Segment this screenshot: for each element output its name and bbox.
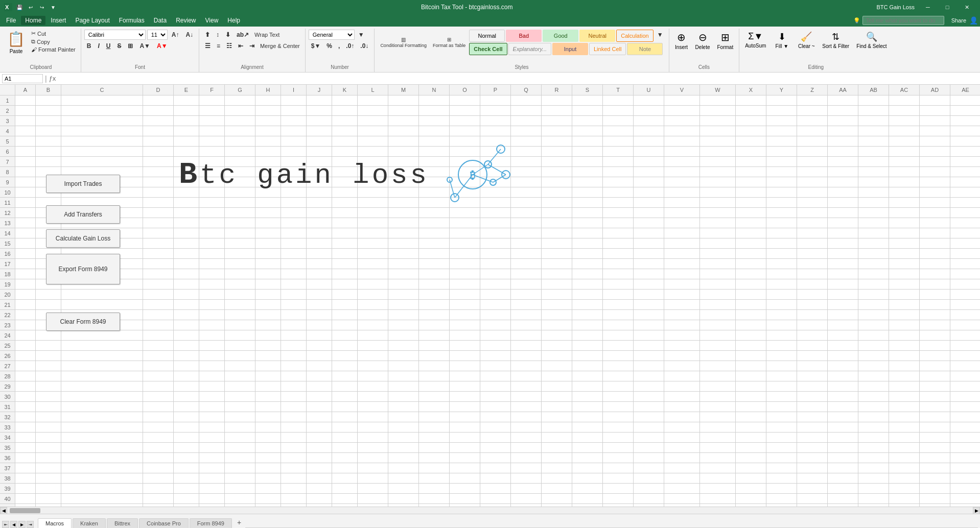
cell-36-29[interactable] xyxy=(920,453,950,463)
cell-17-29[interactable] xyxy=(920,259,950,269)
cell-15-7[interactable] xyxy=(255,238,281,249)
cell-29-18[interactable] xyxy=(572,381,603,392)
cell-24-10[interactable] xyxy=(332,330,358,341)
cell-34-13[interactable] xyxy=(419,433,450,443)
cell-9-0[interactable] xyxy=(15,177,36,187)
cell-41-25[interactable] xyxy=(797,504,828,507)
cell-13-17[interactable] xyxy=(542,218,572,228)
cell-15-19[interactable] xyxy=(603,238,634,249)
cell-41-2[interactable] xyxy=(61,504,143,507)
cell-41-27[interactable] xyxy=(858,504,889,507)
col-header-o[interactable]: O xyxy=(450,85,480,95)
cell-5-28[interactable] xyxy=(889,136,920,147)
cell-36-27[interactable] xyxy=(858,453,889,463)
cell-27-28[interactable] xyxy=(889,361,920,371)
paste-button[interactable]: 📋 Paste xyxy=(4,30,28,55)
cell-25-9[interactable] xyxy=(307,341,332,351)
cell-29-27[interactable] xyxy=(858,381,889,392)
cell-7-27[interactable] xyxy=(858,157,889,167)
cell-33-24[interactable] xyxy=(766,422,797,433)
cell-3-22[interactable] xyxy=(700,116,736,126)
cell-41-19[interactable] xyxy=(603,504,634,507)
cell-23-12[interactable] xyxy=(388,320,419,330)
sheet-tab-bittrex[interactable]: Bittrex xyxy=(107,518,138,528)
cell-40-7[interactable] xyxy=(255,494,281,504)
cell-35-4[interactable] xyxy=(174,443,199,453)
cell-39-10[interactable] xyxy=(332,484,358,494)
cell-7-28[interactable] xyxy=(889,157,920,167)
cell-36-11[interactable] xyxy=(358,453,388,463)
cell-16-8[interactable] xyxy=(281,249,307,259)
cell-19-13[interactable] xyxy=(419,279,450,290)
cell-4-23[interactable] xyxy=(736,126,766,136)
row-header-4[interactable]: 4 xyxy=(0,126,15,136)
cell-8-28[interactable] xyxy=(889,167,920,177)
cell-14-17[interactable] xyxy=(542,228,572,238)
cell-1-27[interactable] xyxy=(858,95,889,106)
cell-28-28[interactable] xyxy=(889,371,920,381)
cell-29-9[interactable] xyxy=(307,381,332,392)
cell-41-5[interactable] xyxy=(199,504,225,507)
cell-17-18[interactable] xyxy=(572,259,603,269)
cell-15-25[interactable] xyxy=(797,238,828,249)
cell-27-29[interactable] xyxy=(920,361,950,371)
menu-insert[interactable]: Insert xyxy=(46,16,70,25)
cell-33-18[interactable] xyxy=(572,422,603,433)
cell-6-18[interactable] xyxy=(572,147,603,157)
cell-35-28[interactable] xyxy=(889,443,920,453)
cell-20-9[interactable] xyxy=(307,290,332,300)
decrease-indent-button[interactable]: ⇤ xyxy=(236,41,246,51)
cell-1-25[interactable] xyxy=(797,95,828,106)
cell-31-26[interactable] xyxy=(828,402,858,412)
cell-16-19[interactable] xyxy=(603,249,634,259)
cell-16-18[interactable] xyxy=(572,249,603,259)
cell-22-4[interactable] xyxy=(174,310,199,320)
cell-5-26[interactable] xyxy=(828,136,858,147)
cell-5-19[interactable] xyxy=(603,136,634,147)
cell-20-5[interactable] xyxy=(199,290,225,300)
cell-2-29[interactable] xyxy=(920,106,950,116)
cell-38-6[interactable] xyxy=(225,473,255,484)
cell-17-24[interactable] xyxy=(766,259,797,269)
cell-14-5[interactable] xyxy=(199,228,225,238)
cell-13-18[interactable] xyxy=(572,218,603,228)
cell-14-6[interactable] xyxy=(225,228,255,238)
cell-15-14[interactable] xyxy=(450,238,480,249)
cell-3-6[interactable] xyxy=(225,116,255,126)
row-header-27[interactable]: 27 xyxy=(0,361,15,371)
cell-30-6[interactable] xyxy=(225,392,255,402)
cell-28-22[interactable] xyxy=(700,371,736,381)
cell-11-17[interactable] xyxy=(542,198,572,208)
cell-17-26[interactable] xyxy=(828,259,858,269)
cell-16-29[interactable] xyxy=(920,249,950,259)
cell-19-18[interactable] xyxy=(572,279,603,290)
cell-35-16[interactable] xyxy=(511,443,542,453)
cell-34-12[interactable] xyxy=(388,433,419,443)
cell-8-20[interactable] xyxy=(634,167,664,177)
cell-28-0[interactable] xyxy=(15,371,36,381)
cell-13-20[interactable] xyxy=(634,218,664,228)
cell-21-13[interactable] xyxy=(419,300,450,310)
cell-21-6[interactable] xyxy=(225,300,255,310)
cell-8-22[interactable] xyxy=(700,167,736,177)
cell-10-18[interactable] xyxy=(572,187,603,198)
cell-13-29[interactable] xyxy=(920,218,950,228)
clear-button[interactable]: 🧹 Clear ~ xyxy=(795,30,818,51)
cell-33-9[interactable] xyxy=(307,422,332,433)
cell-37-4[interactable] xyxy=(174,463,199,473)
style-neutral[interactable]: Neutral xyxy=(579,30,615,42)
cell-12-22[interactable] xyxy=(700,208,736,218)
cell-24-2[interactable] xyxy=(61,330,143,341)
cell-31-8[interactable] xyxy=(281,402,307,412)
cell-33-23[interactable] xyxy=(736,422,766,433)
cell-27-25[interactable] xyxy=(797,361,828,371)
cell-20-8[interactable] xyxy=(281,290,307,300)
cell-40-30[interactable] xyxy=(950,494,980,504)
cell-25-5[interactable] xyxy=(199,341,225,351)
cell-14-22[interactable] xyxy=(700,228,736,238)
cell-4-18[interactable] xyxy=(572,126,603,136)
cell-19-21[interactable] xyxy=(664,279,700,290)
row-header-16[interactable]: 16 xyxy=(0,249,15,259)
cell-16-15[interactable] xyxy=(480,249,511,259)
cell-33-10[interactable] xyxy=(332,422,358,433)
